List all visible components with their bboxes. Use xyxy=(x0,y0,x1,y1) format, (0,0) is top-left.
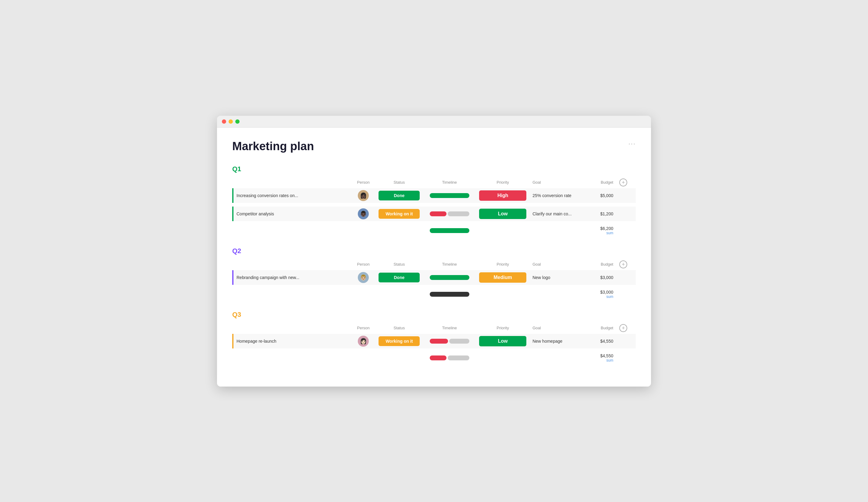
section-q2: Q2PersonStatusTimelinePriorityGoalBudget… xyxy=(232,247,636,300)
person-cell: 👩🏿 xyxy=(351,188,375,203)
person-cell: 👨🏼 xyxy=(351,270,375,285)
priority-cell[interactable]: High xyxy=(476,188,529,203)
status-cell[interactable]: Working on it xyxy=(375,334,423,348)
task-cell: Competitor analysis xyxy=(233,207,351,221)
timeline-bar xyxy=(430,193,469,198)
row-actions-cell xyxy=(616,270,636,285)
table-row: Increasing conversion rates on...👩🏿DoneH… xyxy=(233,188,636,203)
col-header-task xyxy=(233,177,351,188)
task-name: Increasing conversion rates on... xyxy=(237,193,298,198)
sum-timeline-bar xyxy=(430,228,469,233)
sum-timeline-progress xyxy=(430,355,469,360)
table-q3: PersonStatusTimelinePriorityGoalBudget+H… xyxy=(232,322,636,364)
status-cell[interactable]: Working on it xyxy=(375,207,423,221)
col-header-budget: Budget xyxy=(583,259,616,270)
budget-cell: $1,200 xyxy=(583,207,616,221)
section-q3: Q3PersonStatusTimelinePriorityGoalBudget… xyxy=(232,311,636,364)
sum-timeline-bar xyxy=(430,292,469,297)
timeline-bg xyxy=(448,211,469,216)
section-title-q2: Q2 xyxy=(232,247,241,255)
col-header-person: Person xyxy=(351,259,375,270)
status-cell[interactable]: Done xyxy=(375,188,423,203)
sum-amount: $4,550 xyxy=(586,353,613,358)
goal-cell: 25% conversion rate xyxy=(529,188,583,203)
status-cell[interactable]: Done xyxy=(375,270,423,285)
timeline-cell xyxy=(423,207,476,221)
add-row-button-q3[interactable]: + xyxy=(619,324,627,332)
timeline-cell xyxy=(423,270,476,285)
add-row-button-q1[interactable]: + xyxy=(619,178,627,186)
task-cell: Rebranding campaign with new... xyxy=(233,270,351,285)
sum-row: $4,550sum xyxy=(233,352,636,364)
sum-timeline-cell xyxy=(423,289,476,300)
status-badge[interactable]: Working on it xyxy=(379,336,420,346)
traffic-lights xyxy=(222,119,239,124)
col-header-timeline: Timeline xyxy=(423,177,476,188)
priority-cell[interactable]: Low xyxy=(476,334,529,348)
table-row: Competitor analysis👨🏿Working on itLowCla… xyxy=(233,207,636,221)
col-header-add: + xyxy=(616,177,636,188)
close-button[interactable] xyxy=(222,119,226,124)
task-cell: Increasing conversion rates on... xyxy=(233,188,351,203)
add-row-button-q2[interactable]: + xyxy=(619,260,627,268)
goal-cell: New logo xyxy=(529,270,583,285)
col-header-add: + xyxy=(616,322,636,334)
budget-cell: $4,550 xyxy=(583,334,616,348)
avatar: 👩🏻 xyxy=(358,336,369,347)
sum-amount-cell: $3,000sum xyxy=(583,289,616,300)
col-header-goal: Goal xyxy=(529,259,583,270)
section-header-q1: Q1 xyxy=(232,165,636,173)
col-header-goal: Goal xyxy=(529,177,583,188)
row-actions-cell xyxy=(616,334,636,348)
sum-timeline-bg xyxy=(448,355,469,360)
minimize-button[interactable] xyxy=(229,119,233,124)
status-badge[interactable]: Done xyxy=(379,273,420,282)
priority-badge[interactable]: Medium xyxy=(479,272,526,283)
app-window: Marketing plan ··· Q1PersonStatusTimelin… xyxy=(217,116,651,387)
sum-amount-cell: $4,550sum xyxy=(583,352,616,364)
avatar: 👨🏼 xyxy=(358,272,369,283)
sum-label: sum xyxy=(586,231,613,235)
task-cell: Homepage re-launch xyxy=(233,334,351,348)
section-title-q1: Q1 xyxy=(232,165,241,173)
timeline-bg xyxy=(449,339,469,344)
table-q1: PersonStatusTimelinePriorityGoalBudget+I… xyxy=(232,177,636,237)
timeline-progress xyxy=(430,339,469,344)
sum-timeline-cell xyxy=(423,352,476,364)
priority-cell[interactable]: Medium xyxy=(476,270,529,285)
priority-badge[interactable]: High xyxy=(479,190,526,201)
task-name: Rebranding campaign with new... xyxy=(237,275,299,280)
col-header-task xyxy=(233,259,351,270)
col-header-goal: Goal xyxy=(529,322,583,334)
status-badge[interactable]: Done xyxy=(379,191,420,200)
col-header-status: Status xyxy=(375,322,423,334)
timeline-cell xyxy=(423,334,476,348)
table-header-row: PersonStatusTimelinePriorityGoalBudget+ xyxy=(233,177,636,188)
avatar: 👩🏿 xyxy=(358,190,369,201)
sum-amount-cell: $6,200sum xyxy=(583,225,616,237)
timeline-cell xyxy=(423,188,476,203)
more-options-button[interactable]: ··· xyxy=(629,140,636,148)
table-row: Rebranding campaign with new...👨🏼DoneMed… xyxy=(233,270,636,285)
page-title: Marketing plan xyxy=(232,140,314,153)
col-header-budget: Budget xyxy=(583,322,616,334)
priority-badge[interactable]: Low xyxy=(479,336,526,346)
maximize-button[interactable] xyxy=(235,119,239,124)
col-header-person: Person xyxy=(351,177,375,188)
sum-timeline-fill xyxy=(430,355,446,360)
page-header: Marketing plan ··· xyxy=(232,140,636,153)
status-badge[interactable]: Working on it xyxy=(379,209,420,219)
sum-timeline-cell xyxy=(423,225,476,237)
timeline-progress xyxy=(430,211,469,216)
budget-cell: $3,000 xyxy=(583,270,616,285)
col-header-priority: Priority xyxy=(476,259,529,270)
col-header-task xyxy=(233,322,351,334)
titlebar xyxy=(217,116,651,128)
sum-label: sum xyxy=(586,358,613,363)
person-cell: 👨🏿 xyxy=(351,207,375,221)
sum-amount: $3,000 xyxy=(586,290,613,295)
section-title-q3: Q3 xyxy=(232,311,241,318)
priority-cell[interactable]: Low xyxy=(476,207,529,221)
avatar: 👨🏿 xyxy=(358,208,369,219)
priority-badge[interactable]: Low xyxy=(479,209,526,219)
